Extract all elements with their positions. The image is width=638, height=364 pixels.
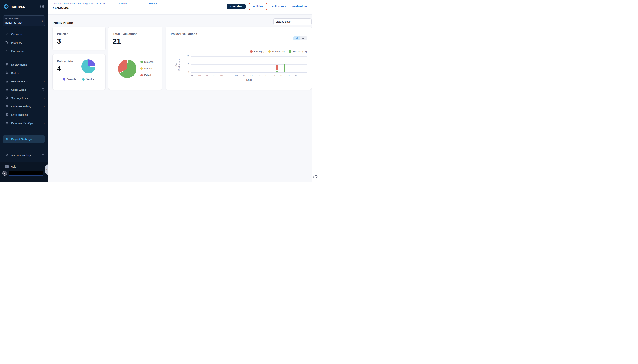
legend-label: Failed	[144, 74, 151, 76]
bar-success-day22[interactable]	[284, 64, 285, 72]
breadcrumb-project[interactable]: Project:	[121, 2, 129, 5]
sidebar-item-executions[interactable]: Executions	[0, 47, 48, 56]
sidebar-item-label: Builds	[11, 72, 41, 74]
legend-label: Override	[67, 78, 76, 81]
chevron-right-icon: ›	[44, 105, 45, 108]
chevron-right-icon: ›	[147, 2, 147, 5]
card-title: Policy Sets	[57, 60, 73, 63]
gridline-20	[190, 56, 307, 57]
chevron-right-icon: ›	[44, 97, 45, 100]
redacted-username	[9, 171, 44, 176]
sidebar: harness PROJECT vishal_av_test ›	[0, 0, 48, 182]
chart-type-toggle	[293, 36, 307, 40]
right-rail	[312, 0, 319, 182]
sidebar-item-overview[interactable]: Overview	[0, 30, 48, 38]
x-axis-label: Date	[190, 78, 307, 81]
sidebar-item-label: Deployments	[11, 63, 41, 66]
sidebar-item-feature-flags[interactable]: Feature Flags ›	[0, 77, 48, 86]
support-chat-icon[interactable]	[313, 174, 318, 180]
page-header: Account: automationPipelinesNg › Organiz…	[48, 0, 312, 15]
tab-overview[interactable]: Overview	[226, 4, 246, 10]
x-tick: 01	[203, 74, 211, 77]
project-selector[interactable]: PROJECT vishal_av_test ›	[3, 16, 45, 26]
x-tick: 03	[211, 74, 218, 77]
help-button[interactable]: ? Help	[0, 162, 48, 168]
gridline-10	[190, 64, 307, 65]
line-chart-toggle-icon[interactable]	[300, 36, 307, 40]
chevron-right-icon: ›	[89, 2, 90, 5]
date-range-select[interactable]: Last 30 days ⌄	[273, 18, 311, 25]
x-tick: 21	[277, 74, 285, 77]
project-label: PROJECT	[9, 18, 19, 20]
tab-evaluations[interactable]: Evaluations	[290, 4, 309, 9]
brand-name: harness	[11, 4, 25, 9]
x-tick: 17	[262, 74, 270, 77]
card-title: Policy Evaluations	[171, 32, 197, 36]
accent-divider	[3, 12, 45, 12]
x-tick: 05	[218, 74, 225, 77]
pipelines-icon	[5, 41, 9, 45]
deployments-icon	[5, 63, 9, 67]
shield-icon	[5, 96, 9, 100]
sidebar-item-project-settings[interactable]: Project Settings ›	[3, 136, 45, 143]
chevron-down-icon: ⌄	[307, 21, 309, 23]
tab-policies[interactable]: Policies	[249, 2, 267, 10]
chevron-right-icon: ›	[119, 2, 120, 5]
x-tick: 28	[188, 74, 196, 77]
chevron-right-icon: ›	[44, 122, 45, 125]
breadcrumb-settings[interactable]: Settings	[149, 2, 157, 5]
bar-failed-day20[interactable]	[276, 65, 278, 70]
chevron-right-icon: ›	[44, 113, 45, 116]
legend-dot	[140, 61, 143, 63]
sidebar-item-security-tests[interactable]: Security Tests ›	[0, 94, 48, 102]
policy-evaluations-card: Policy Evaluations	[166, 27, 311, 90]
date-range-value: Last 30 days	[276, 20, 307, 23]
bar-chart-toggle-icon[interactable]	[293, 36, 300, 40]
evaluations-pie-chart	[118, 60, 136, 78]
chevron-right-icon: ›	[44, 72, 45, 74]
bar-success-day20[interactable]	[276, 71, 278, 72]
chevron-right-icon: ›	[41, 138, 42, 141]
card-title: Policies	[57, 32, 68, 36]
database-icon	[5, 121, 9, 125]
x-tick: 19	[270, 74, 277, 77]
tab-policy-sets[interactable]: Policy Sets	[270, 4, 288, 9]
x-tick: 11	[240, 74, 248, 77]
sidebar-item-builds[interactable]: Builds ›	[0, 69, 48, 77]
sidebar-item-deployments[interactable]: Deployments ›	[0, 60, 48, 69]
legend-dot	[140, 67, 143, 70]
legend-item-service: Service	[82, 78, 94, 81]
breadcrumb-account[interactable]: Account: automationPipelinesNg	[53, 2, 88, 5]
sidebar-item-database-devops[interactable]: Database DevOps ›	[0, 119, 48, 127]
sidebar-item-code-repository[interactable]: Code Repository ›	[0, 102, 48, 110]
legend-dot	[289, 50, 291, 53]
avatar[interactable]: A	[3, 171, 7, 176]
sidebar-item-label: Executions	[11, 50, 45, 53]
gear-icon	[5, 137, 9, 141]
sidebar-item-account-settings[interactable]: Account Settings	[0, 151, 48, 160]
sidebar-item-error-tracking[interactable]: Error Tracking ›	[0, 110, 48, 119]
policies-card: Policies 3	[53, 27, 106, 50]
legend-item-warning: Warning	[140, 67, 153, 70]
user-menu[interactable]: A	[0, 168, 48, 176]
gridline-0	[190, 72, 307, 72]
sidebar-item-label: Project Settings	[11, 138, 39, 141]
chart-legend: Failed (7) Warning (0) Success (14)	[250, 50, 307, 53]
app-launcher-icon[interactable]	[40, 4, 45, 9]
legend-dot	[250, 50, 252, 53]
sidebar-item-pipelines[interactable]: Pipelines	[0, 38, 48, 47]
sidebar-item-cloud-costs[interactable]: Cloud Costs	[0, 86, 48, 94]
harness-logo-icon	[3, 4, 9, 10]
legend-dot	[140, 74, 143, 76]
sidebar-item-label: Pipelines	[11, 41, 45, 44]
chevron-right-icon: ›	[44, 80, 45, 83]
cube-icon	[5, 17, 8, 20]
breadcrumb-organization[interactable]: Organization:	[91, 2, 105, 5]
legend-label: Success	[144, 60, 153, 63]
legend-item-override: Override	[63, 78, 76, 81]
x-tick: 30	[196, 74, 203, 77]
legend-label: Warning (0)	[272, 50, 285, 53]
legend-label: Service	[86, 78, 94, 81]
policies-count: 3	[57, 37, 61, 45]
breadcrumb: Account: automationPipelinesNg › Organiz…	[53, 2, 157, 5]
